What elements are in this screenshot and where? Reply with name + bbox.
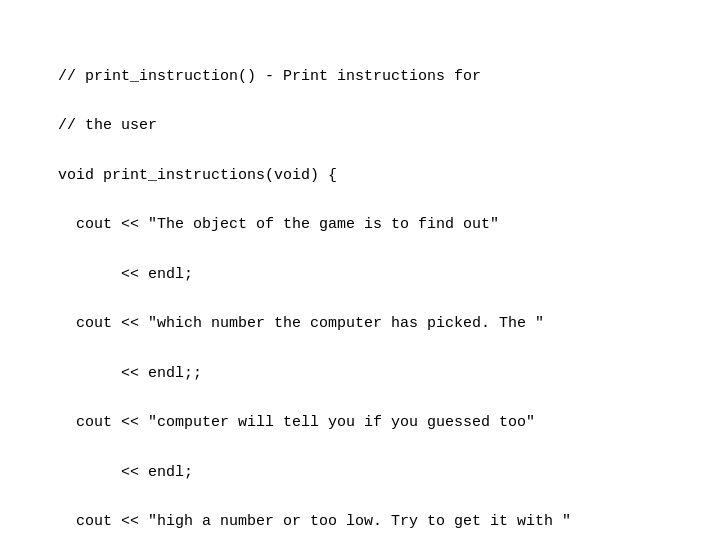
code-display: // print_instruction() - Print instructi… <box>40 40 571 540</box>
code-line-4: cout << "The object of the game is to fi… <box>58 216 499 233</box>
code-line-6: cout << "which number the computer has p… <box>58 315 544 332</box>
code-line-8: cout << "computer will tell you if you g… <box>58 414 535 431</box>
code-line-2: // the user <box>58 117 157 134</box>
code-line-7: << endl;; <box>58 365 202 382</box>
code-line-9: << endl; <box>58 464 193 481</box>
code-line-5: << endl; <box>58 266 193 283</box>
code-line-1: // print_instruction() - Print instructi… <box>58 68 481 85</box>
code-line-10: cout << "high a number or too low. Try t… <box>58 513 571 530</box>
code-line-3: void print_instructions(void) { <box>58 167 337 184</box>
